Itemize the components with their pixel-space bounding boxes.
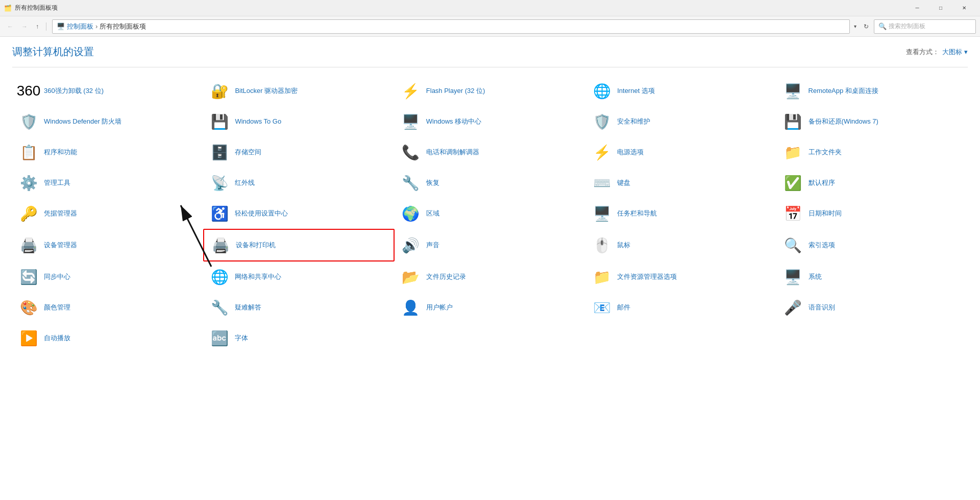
item-taskbar[interactable]: 🖥️任务栏和导航 <box>585 198 776 229</box>
item-internet[interactable]: 🌐Internet 选项 <box>585 76 776 106</box>
item-mobilecenter-label: Windows 移动中心 <box>426 117 481 126</box>
close-button[interactable]: ✕ <box>952 0 976 16</box>
item-internet-icon: 🌐 <box>592 81 612 101</box>
item-filehistory-icon: 📂 <box>401 267 421 287</box>
item-programs-label: 程序和功能 <box>44 148 77 157</box>
item-security[interactable]: 🛡️安全和维护 <box>585 106 776 137</box>
item-autoplay[interactable]: ▶️自动播放 <box>12 323 203 353</box>
item-internet-label: Internet 选项 <box>617 87 655 96</box>
item-mouse[interactable]: 🖱️鼠标 <box>585 229 776 261</box>
view-value-button[interactable]: 大图标 ▾ <box>942 47 968 57</box>
item-indexing[interactable]: 🔍索引选项 <box>777 229 968 261</box>
item-programs[interactable]: 📋程序和功能 <box>12 137 203 168</box>
item-keyboard[interactable]: ⌨️键盘 <box>585 168 776 198</box>
item-default[interactable]: ✅默认程序 <box>777 168 968 198</box>
item-color-label: 颜色管理 <box>44 303 70 312</box>
back-button[interactable]: ← <box>4 21 16 32</box>
item-360-icon: 360 <box>18 81 39 101</box>
search-placeholder: 搜索控制面板 <box>889 22 925 31</box>
item-infrared[interactable]: 📡红外线 <box>203 168 394 198</box>
item-system[interactable]: 🖥️系统 <box>777 261 968 292</box>
item-flash[interactable]: ⚡Flash Player (32 位) <box>395 76 585 106</box>
item-credential-label: 凭据管理器 <box>44 209 77 218</box>
item-datetime-label: 日期和时间 <box>808 209 842 218</box>
item-sync-label: 同步中心 <box>44 273 70 281</box>
item-trouble[interactable]: 🔧疑难解答 <box>203 292 394 323</box>
item-recovery[interactable]: 🔧恢复 <box>395 168 585 198</box>
window-title: 所有控制面板项 <box>15 4 58 12</box>
item-power[interactable]: ⚡电源选项 <box>585 137 776 168</box>
up-button[interactable]: ↑ <box>33 21 42 32</box>
item-network-icon: 🌐 <box>209 267 230 287</box>
item-network[interactable]: 🌐网络和共享中心 <box>203 261 394 292</box>
item-defender-icon: 🛡️ <box>18 111 39 132</box>
item-security-icon: 🛡️ <box>592 111 612 132</box>
item-mobilecenter[interactable]: 🖥️Windows 移动中心 <box>395 106 585 137</box>
item-recovery-label: 恢复 <box>426 179 439 187</box>
minimize-button[interactable]: ─ <box>905 0 929 16</box>
item-default-label: 默认程序 <box>808 179 835 187</box>
address-dropdown-button[interactable]: ▾ <box>852 21 859 31</box>
item-speech[interactable]: 🎤语音识别 <box>777 292 968 323</box>
item-admintool[interactable]: ⚙️管理工具 <box>12 168 203 198</box>
item-flash-icon: ⚡ <box>401 81 421 101</box>
item-color[interactable]: 🎨颜色管理 <box>12 292 203 323</box>
item-keyboard-icon: ⌨️ <box>592 173 612 193</box>
item-fileexp[interactable]: 📁文件资源管理器选项 <box>585 261 776 292</box>
item-ease[interactable]: ♿轻松使用设置中心 <box>203 198 394 229</box>
window-icon: 🗂️ <box>4 5 12 12</box>
address-right: ▾ ↻ <box>852 21 872 32</box>
item-speech-icon: 🎤 <box>783 297 803 318</box>
item-storage-label: 存储空间 <box>235 148 261 157</box>
item-network-label: 网络和共享中心 <box>235 273 281 281</box>
breadcrumb-icon: 🖥️ <box>57 22 65 30</box>
item-users-label: 用户帐户 <box>426 303 453 312</box>
item-credential-icon: 🔑 <box>18 203 39 224</box>
address-box[interactable]: 🖥️ 控制面板 › 所有控制面板项 <box>52 19 850 34</box>
item-phone[interactable]: 📞电话和调制解调器 <box>395 137 585 168</box>
forward-button[interactable]: → <box>18 21 31 32</box>
item-remoteapp[interactable]: 🖥️RemoteApp 和桌面连接 <box>777 76 968 106</box>
item-system-label: 系统 <box>808 273 822 281</box>
address-bar: ← → ↑ 🖥️ 控制面板 › 所有控制面板项 ▾ ↻ 🔍 搜索控制面板 <box>0 16 980 37</box>
item-infrared-icon: 📡 <box>209 173 230 193</box>
item-workfolder-icon: 📁 <box>783 142 803 162</box>
item-backup-icon: 💾 <box>783 111 803 132</box>
item-deviceprint[interactable]: 🖨️设备和打印机 <box>203 229 394 261</box>
title-bar: 🗂️ 所有控制面板项 ─ □ ✕ <box>0 0 980 16</box>
item-backup-label: 备份和还原(Windows 7) <box>808 117 878 126</box>
item-sync[interactable]: 🔄同步中心 <box>12 261 203 292</box>
item-sound-icon: 🔊 <box>401 235 421 255</box>
item-sound[interactable]: 🔊声音 <box>395 229 585 261</box>
maximize-button[interactable]: □ <box>929 0 952 16</box>
item-windowstogo[interactable]: 💾Windows To Go <box>203 106 394 137</box>
search-box[interactable]: 🔍 搜索控制面板 <box>874 19 976 34</box>
view-options: 查看方式： 大图标 ▾ <box>906 47 968 57</box>
item-taskbar-icon: 🖥️ <box>592 203 612 224</box>
item-font[interactable]: 🔤字体 <box>203 323 394 353</box>
item-admintool-label: 管理工具 <box>44 179 70 187</box>
item-trouble-icon: 🔧 <box>209 297 230 318</box>
item-windowstogo-icon: 💾 <box>209 111 230 132</box>
item-users[interactable]: 👤用户帐户 <box>395 292 585 323</box>
item-indexing-label: 索引选项 <box>808 241 835 250</box>
item-backup[interactable]: 💾备份和还原(Windows 7) <box>777 106 968 137</box>
item-region-label: 区域 <box>426 209 439 218</box>
refresh-button[interactable]: ↻ <box>861 21 872 32</box>
item-devicemgr[interactable]: 🖨️设备管理器 <box>12 229 203 261</box>
item-mail[interactable]: 📧邮件 <box>585 292 776 323</box>
item-bitlocker[interactable]: 🔐BitLocker 驱动器加密 <box>203 76 394 106</box>
item-storage[interactable]: 🗄️存储空间 <box>203 137 394 168</box>
item-datetime[interactable]: 📅日期和时间 <box>777 198 968 229</box>
item-360[interactable]: 360360强力卸载 (32 位) <box>12 76 203 106</box>
item-workfolder[interactable]: 📁工作文件夹 <box>777 137 968 168</box>
item-filehistory[interactable]: 📂文件历史记录 <box>395 261 585 292</box>
breadcrumb-root[interactable]: 控制面板 <box>67 22 93 31</box>
item-workfolder-label: 工作文件夹 <box>808 148 842 157</box>
item-credential[interactable]: 🔑凭据管理器 <box>12 198 203 229</box>
item-trouble-label: 疑难解答 <box>235 303 261 312</box>
item-defender[interactable]: 🛡️Windows Defender 防火墙 <box>12 106 203 137</box>
item-storage-icon: 🗄️ <box>209 142 230 162</box>
content-area: 调整计算机的设置 查看方式： 大图标 ▾ 360360强力卸载 (32 位)🔐B… <box>0 37 980 362</box>
item-region[interactable]: 🌍区域 <box>395 198 585 229</box>
